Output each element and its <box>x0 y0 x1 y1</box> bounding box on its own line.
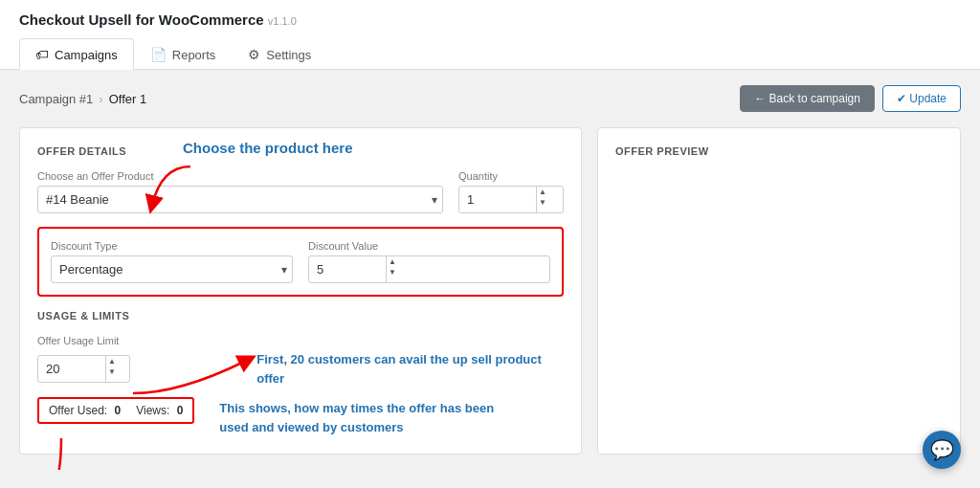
main-content: OFFER DETAILS Choose the product here Ch… <box>19 127 961 455</box>
chat-icon: 💬 <box>930 438 954 461</box>
usage-title: USAGE & LIMITS <box>37 310 564 322</box>
usage-limit-label: Offer Usage Limit <box>37 335 564 346</box>
update-button[interactable]: ✔ Update <box>882 85 961 112</box>
views-label: Views: 0 <box>136 404 183 417</box>
page-body: Campaign #1 › Offer 1 ← Back to campaign… <box>0 70 980 470</box>
discount-type-select[interactable]: Percentage Fixed Amount No Discount <box>51 255 293 283</box>
tracking-hint: This shows, how may times the offer has … <box>219 399 506 436</box>
discount-value-wrapper: ▲ ▼ <box>308 255 550 283</box>
discount-row: Discount Type Percentage Fixed Amount No… <box>51 240 550 283</box>
discount-type-group: Discount Type Percentage Fixed Amount No… <box>51 240 293 283</box>
discount-value-label: Discount Value <box>308 240 550 252</box>
app-title: Checkout Upsell for WooCommerce v1.1.0 <box>19 11 961 28</box>
tab-reports[interactable]: 📄 Reports <box>134 38 233 70</box>
discount-box: Discount Type Percentage Fixed Amount No… <box>37 227 564 297</box>
usage-limit-up-icon[interactable]: ▲ <box>108 356 116 366</box>
product-label: Choose an Offer Product <box>37 170 443 182</box>
product-select-wrapper: #14 Beanie ▾ <box>37 186 443 213</box>
offer-used-left: Offer Used: 0 Views: 0 <box>37 397 194 430</box>
app-header: Checkout Upsell for WooCommerce v1.1.0 🏷… <box>0 0 980 70</box>
product-select[interactable]: #14 Beanie <box>37 186 443 213</box>
arrow-usage-hint-icon <box>123 345 257 403</box>
spinner-up-icon[interactable]: ▲ <box>539 187 546 197</box>
offer-details-title: OFFER DETAILS <box>37 145 564 157</box>
spinner-down-icon[interactable]: ▼ <box>539 197 546 208</box>
offer-preview-title: OFFER PREVIEW <box>615 145 943 157</box>
discount-spinner[interactable]: ▲ ▼ <box>386 256 398 282</box>
usage-section: USAGE & LIMITS Offer Usage Limit ▲ ▼ <box>37 310 564 436</box>
usage-limit-group: Offer Usage Limit ▲ ▼ <box>37 335 564 388</box>
discount-spinner-down-icon[interactable]: ▼ <box>389 267 396 277</box>
offer-used-label: Offer Used: 0 <box>49 404 121 417</box>
discount-value-input[interactable] <box>309 256 386 282</box>
reports-icon: 📄 <box>150 47 167 62</box>
arrow-used-hint-icon <box>42 433 119 470</box>
settings-icon: ⚙ <box>248 47 260 62</box>
offer-used-box: Offer Used: 0 Views: 0 <box>37 397 194 424</box>
tab-bar: 🏷 Campaigns 📄 Reports ⚙ Settings <box>19 37 961 69</box>
usage-limit-input[interactable] <box>38 356 105 382</box>
breadcrumb-actions: ← Back to campaign ✔ Update <box>740 85 961 112</box>
offer-details-panel: OFFER DETAILS Choose the product here Ch… <box>19 127 582 455</box>
tab-campaigns[interactable]: 🏷 Campaigns <box>19 38 134 70</box>
chat-button[interactable]: 💬 <box>923 431 961 469</box>
discount-type-label: Discount Type <box>51 240 293 252</box>
breadcrumb: Campaign #1 › Offer 1 <box>19 92 146 106</box>
usage-limit-down-icon[interactable]: ▼ <box>108 366 116 377</box>
discount-spinner-up-icon[interactable]: ▲ <box>389 256 396 267</box>
campaigns-icon: 🏷 <box>35 47 49 62</box>
offer-preview-panel: OFFER PREVIEW <box>597 127 961 455</box>
quantity-label: Quantity <box>458 170 564 182</box>
usage-limit-wrapper: ▲ ▼ <box>37 355 130 383</box>
offer-used-area: Offer Used: 0 Views: 0 <box>37 397 564 436</box>
back-to-campaign-button[interactable]: ← Back to campaign <box>740 85 875 112</box>
product-quantity-row: Choose an Offer Product #14 Beanie ▾ Qua… <box>37 170 564 213</box>
quantity-spinner[interactable]: ▲ ▼ <box>536 187 548 212</box>
quantity-input-wrapper: ▲ ▼ <box>458 186 564 213</box>
quantity-group: Quantity ▲ ▼ <box>458 170 564 213</box>
quantity-input[interactable] <box>459 187 536 212</box>
discount-type-select-wrapper: Percentage Fixed Amount No Discount ▾ <box>51 255 293 283</box>
breadcrumb-bar: Campaign #1 › Offer 1 ← Back to campaign… <box>19 85 961 112</box>
product-group: Choose an Offer Product #14 Beanie ▾ <box>37 170 443 213</box>
tab-settings[interactable]: ⚙ Settings <box>232 38 327 70</box>
usage-limit-spinner[interactable]: ▲ ▼ <box>105 356 118 382</box>
discount-value-group: Discount Value ▲ ▼ <box>308 240 550 283</box>
usage-hint-text: First, 20 customers can avail the up sel… <box>256 350 564 388</box>
usage-limit-row: ▲ ▼ <box>37 350 564 388</box>
